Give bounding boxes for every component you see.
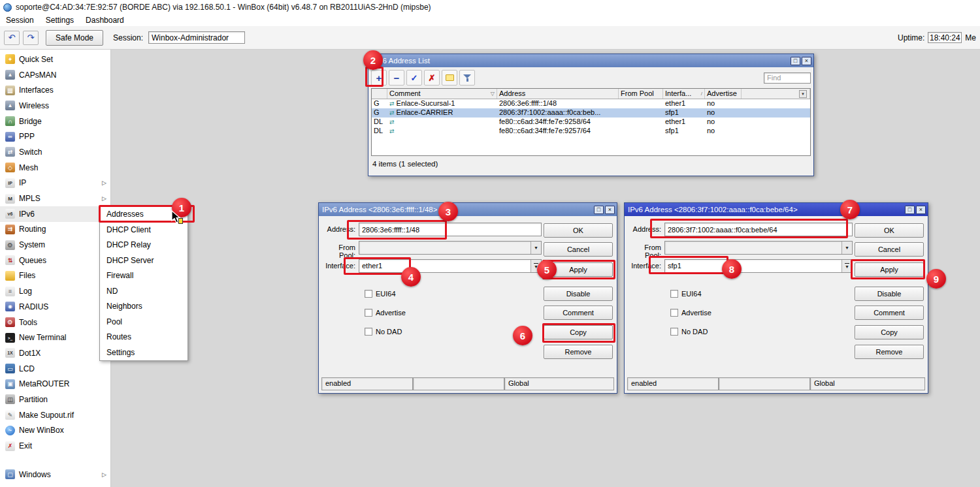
cancel-button[interactable]: Cancel (855, 242, 924, 257)
sidebar-item-wireless[interactable]: Wireless (0, 98, 110, 114)
sidebar-item-log[interactable]: Log (0, 283, 110, 299)
column-chooser-button[interactable]: ▼ (799, 90, 807, 98)
sidebar-item-ip[interactable]: IP▷ (0, 176, 110, 191)
copy-button[interactable]: Copy (855, 325, 924, 339)
menu-session[interactable]: Session (0, 16, 40, 25)
close-button[interactable]: × (802, 57, 811, 65)
advertise-checkbox[interactable] (365, 309, 372, 317)
sidebar-item-ppp[interactable]: PPP (0, 129, 110, 144)
sidebar-item-mpls[interactable]: MPLS▷ (0, 191, 110, 206)
sidebar-item-metarouter[interactable]: MetaROUTER (0, 376, 110, 392)
close-button[interactable]: × (916, 206, 926, 214)
sidebar-item-routing[interactable]: Routing▷ (0, 222, 110, 238)
ok-button[interactable]: OK (544, 223, 613, 238)
maximize-button[interactable]: □ (791, 57, 800, 65)
disable-button[interactable]: Disable (855, 287, 924, 301)
eui64-checkbox[interactable] (365, 290, 372, 298)
column-interface[interactable]: Interfa.../ (663, 89, 705, 99)
sidebar-item-interfaces[interactable]: Interfaces (0, 82, 110, 98)
no-dad-checkbox[interactable] (670, 328, 678, 336)
sidebar-item-dot1x[interactable]: Dot1X (0, 345, 110, 361)
sidebar-item-ipv6[interactable]: IPv6▷ (0, 206, 110, 222)
ipv6-menu-routes[interactable]: Routes (100, 330, 188, 345)
comment-button[interactable]: Comment (544, 306, 613, 320)
app-titlebar[interactable]: soporte@C4:AD:34:7E:92:57 (BORDE ABC) vi… (0, 0, 980, 14)
ipv6-menu-settings[interactable]: Settings (100, 345, 188, 361)
sidebar-item-queues[interactable]: Queues (0, 253, 110, 268)
undo-icon: ↶ (8, 33, 16, 42)
column-from-pool[interactable]: From Pool (619, 89, 663, 99)
column-comment[interactable]: Comment▽ (387, 89, 497, 99)
disable-icon: ✗ (429, 73, 436, 83)
menu-settings[interactable]: Settings (40, 16, 80, 25)
queues-icon (5, 255, 15, 265)
sidebar-item-lcd[interactable]: LCD (0, 361, 110, 377)
ip-icon (5, 178, 15, 188)
sidebar-item-radius[interactable]: RADIUS (0, 299, 110, 315)
sidebar-item-bridge[interactable]: Bridge (0, 114, 110, 129)
sidebar-item-files[interactable]: Files (0, 268, 110, 284)
sidebar-item-windows[interactable]: Windows▷ (0, 467, 110, 482)
dropdown-icon[interactable]: ▼ (841, 242, 852, 254)
dropdown-icon[interactable]: ▼ (531, 242, 541, 254)
ipv6-menu-dhcp-server[interactable]: DHCP Server (100, 253, 188, 269)
ipv6-menu-firewall[interactable]: Firewall (100, 268, 188, 284)
window-titlebar[interactable]: IPv6 Address List □ × (368, 54, 813, 67)
advertise-label: Advertise (681, 309, 711, 317)
sidebar-item-label: Make Supout.rif (19, 411, 74, 420)
remove-button[interactable]: Remove (544, 345, 613, 359)
sidebar-item-mesh[interactable]: Mesh (0, 160, 110, 176)
remove-button[interactable]: Remove (855, 345, 924, 359)
from-pool-select[interactable]: ▼ (359, 241, 542, 255)
find-input[interactable] (764, 72, 811, 84)
redo-button[interactable]: ↷ (23, 31, 39, 45)
undo-button[interactable]: ↶ (4, 31, 20, 45)
column-flags[interactable] (372, 89, 387, 99)
cancel-button[interactable]: Cancel (544, 242, 613, 257)
advertise-checkbox[interactable] (670, 309, 678, 317)
safe-mode-button[interactable]: Safe Mode (46, 30, 103, 46)
table-row[interactable]: G ⇄Enlace-Sucursal-1 2806:3e6:ffff::1/48… (372, 99, 810, 108)
remove-button[interactable]: − (389, 70, 404, 86)
comment-button[interactable] (442, 70, 457, 86)
sidebar-item-capsman[interactable]: CAPsMAN (0, 67, 110, 83)
sidebar-item-quick-set[interactable]: Quick Set (0, 52, 110, 67)
menu-dashboard[interactable]: Dashboard (80, 16, 130, 25)
disable-button[interactable]: ✗ (424, 70, 440, 86)
close-button[interactable]: × (605, 206, 615, 214)
column-address[interactable]: Address (497, 89, 619, 99)
sidebar-item-partition[interactable]: Partition (0, 392, 110, 407)
sidebar-item-new-winbox[interactable]: New WinBox (0, 423, 110, 439)
sidebar-item-switch[interactable]: Switch (0, 144, 110, 160)
sidebar-item-exit[interactable]: Exit (0, 438, 110, 454)
no-dad-checkbox[interactable] (365, 328, 372, 336)
sidebar-item-system[interactable]: System▷ (0, 237, 110, 253)
window-titlebar[interactable]: IPv6 Address <2806:3f7:1002:aaaa::f0ca:b… (625, 203, 928, 216)
ok-button[interactable]: OK (855, 223, 924, 238)
sidebar-item-tools[interactable]: Tools▷ (0, 315, 110, 330)
comment-button[interactable]: Comment (855, 306, 924, 320)
disable-button[interactable]: Disable (544, 287, 613, 301)
window-titlebar[interactable]: IPv6 Address <2806:3e6:ffff::1/48> □ × (319, 203, 617, 216)
ipv6-menu-pool[interactable]: Pool (100, 315, 188, 330)
ipv6-menu-nd[interactable]: ND (100, 284, 188, 300)
eui64-checkbox[interactable] (670, 290, 678, 298)
from-pool-select[interactable]: ▼ (664, 241, 853, 255)
session-input[interactable] (148, 31, 245, 44)
ipv6-menu-neighbors[interactable]: Neighbors (100, 299, 188, 315)
session-label: Session: (113, 33, 143, 42)
column-advertise[interactable]: Advertise (705, 89, 742, 99)
sidebar-item-make-supout[interactable]: Make Supout.rif (0, 407, 110, 423)
window-title: IPv6 Address List (372, 57, 791, 65)
table-row[interactable]: DL ⇄ fe80::c6ad:34ff:fe7e:9258/64 ether1… (372, 118, 810, 127)
maximize-button[interactable]: □ (594, 206, 604, 214)
maximize-button[interactable]: □ (905, 206, 915, 214)
sidebar-item-new-terminal[interactable]: New Terminal (0, 330, 110, 345)
status-scope: Global (504, 377, 614, 390)
sidebar-item-label: MetaROUTER (19, 379, 69, 388)
table-row[interactable]: DL ⇄ fe80::c6ad:34ff:fe7e:9257/64 sfp1 n… (372, 127, 810, 136)
filter-button[interactable] (459, 70, 475, 86)
table-row-selected[interactable]: G ⇄Enlace-CARRIER 2806:3f7:1002:aaaa::f0… (372, 108, 810, 118)
ipv6-menu-dhcp-relay[interactable]: DHCP Relay (100, 238, 188, 253)
enable-button[interactable]: ✓ (406, 70, 422, 86)
